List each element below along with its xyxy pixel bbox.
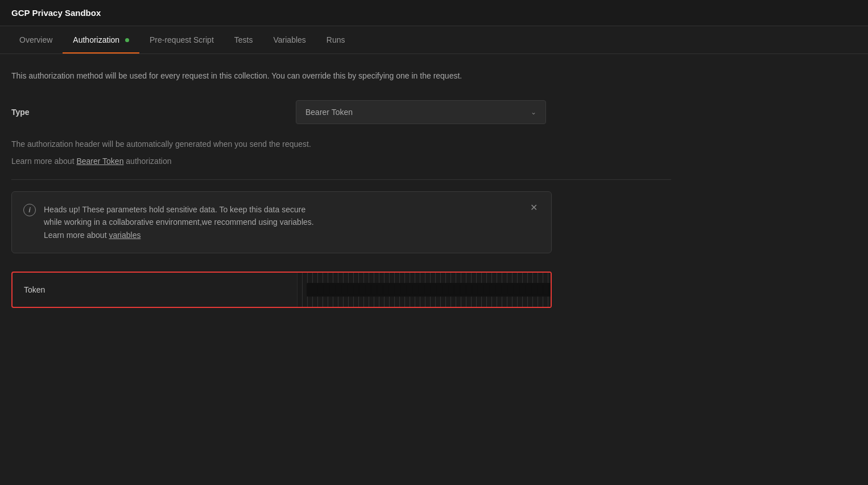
banner-prefix: Learn more about: [44, 231, 109, 240]
auth-info-line2: Learn more about Bearer Token authorizat…: [11, 155, 671, 167]
variables-link[interactable]: variables: [109, 231, 140, 240]
tab-authorization[interactable]: Authorization: [63, 26, 139, 54]
app-header: GCP Privacy Sandbox: [0, 0, 868, 26]
banner-content: Heads up! These parameters hold sensitiv…: [44, 203, 540, 241]
token-label: Token: [13, 275, 297, 305]
type-select-wrapper: Bearer Token ⌄: [296, 100, 546, 124]
app-title: GCP Privacy Sandbox: [11, 8, 101, 18]
auth-info-line1: The authorization header will be automat…: [11, 138, 671, 150]
tab-pre-request-script-label: Pre-request Script: [150, 35, 214, 44]
chevron-down-icon: ⌄: [531, 108, 536, 116]
tab-variables[interactable]: Variables: [263, 26, 316, 54]
tab-runs[interactable]: Runs: [316, 26, 356, 54]
banner-text-line2: while working in a collaborative environ…: [44, 216, 540, 228]
info-icon: i: [23, 204, 36, 216]
token-row: Token ██████████████████████████████████…: [11, 272, 552, 308]
banner-close-button[interactable]: ✕: [527, 202, 541, 213]
tab-tests-label: Tests: [234, 35, 253, 44]
type-select[interactable]: Bearer Token ⌄: [296, 100, 546, 124]
token-masked-value: ████████████████████████████████████████…: [307, 283, 551, 297]
tab-pre-request-script[interactable]: Pre-request Script: [139, 26, 224, 54]
description-text: This authorization method will be used f…: [11, 70, 671, 82]
info-suffix: authorization: [123, 157, 171, 166]
type-select-value: Bearer Token: [305, 108, 353, 117]
tab-bar: Overview Authorization Pre-request Scrip…: [0, 26, 868, 54]
content-area: This authorization method will be used f…: [0, 54, 683, 324]
tab-variables-label: Variables: [273, 35, 305, 44]
tab-authorization-label: Authorization: [73, 35, 119, 44]
info-banner: i Heads up! These parameters hold sensit…: [11, 191, 552, 253]
tab-tests[interactable]: Tests: [224, 26, 263, 54]
banner-text-line3: Learn more about variables: [44, 229, 540, 241]
banner-text-line1: Heads up! These parameters hold sensitiv…: [44, 203, 540, 216]
type-label: Type: [11, 108, 296, 117]
divider: [11, 179, 671, 180]
token-value-field[interactable]: ████████████████████████████████████████…: [297, 273, 551, 307]
info-prefix: Learn more about: [11, 157, 76, 166]
tab-overview[interactable]: Overview: [9, 26, 63, 54]
tab-runs-label: Runs: [326, 35, 345, 44]
tab-overview-label: Overview: [19, 35, 52, 44]
authorization-active-indicator: [125, 38, 129, 42]
bearer-token-link[interactable]: Bearer Token: [76, 157, 123, 166]
type-row: Type Bearer Token ⌄: [11, 100, 671, 124]
